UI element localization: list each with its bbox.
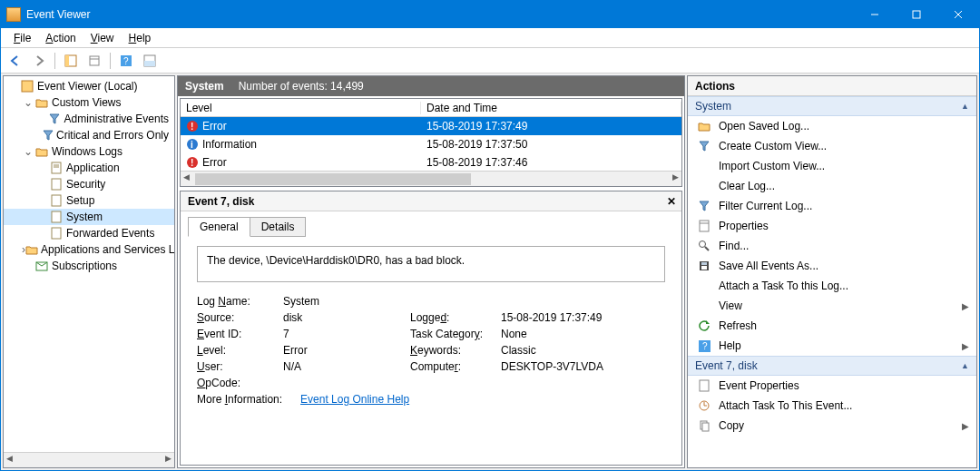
filter-icon: [48, 112, 62, 126]
collapse-icon[interactable]: ▲: [961, 102, 969, 111]
list-h-scrollbar[interactable]: [181, 171, 681, 186]
properties-icon: [697, 219, 711, 233]
val-source: disk: [283, 311, 410, 324]
close-detail-button[interactable]: ✕: [667, 195, 676, 208]
navigation-tree[interactable]: Event Viewer (Local) ⌄ Custom Views Admi…: [4, 76, 174, 452]
svg-rect-32: [701, 266, 707, 270]
collapse-icon[interactable]: ⌄: [22, 96, 34, 109]
svg-rect-41: [702, 423, 709, 431]
tree-crit-errors[interactable]: Critical and Errors Only: [4, 127, 174, 143]
tree-label: Event Viewer (Local): [37, 80, 138, 93]
tree-custom-views[interactable]: ⌄ Custom Views: [4, 94, 174, 111]
event-row[interactable]: !Error15-08-2019 17:37:46: [181, 153, 681, 171]
tree-label: Security: [66, 178, 105, 191]
action-create-custom-view[interactable]: Create Custom View...: [688, 136, 976, 156]
error-icon: !: [186, 120, 199, 132]
app-icon: [6, 7, 21, 22]
maximize-button[interactable]: [896, 1, 937, 28]
col-level[interactable]: Level: [181, 102, 421, 114]
action-attach-task-log[interactable]: Attach a Task To this Log...: [688, 276, 976, 296]
svg-rect-1: [913, 11, 920, 18]
properties-toolbar-button[interactable]: [83, 51, 105, 71]
svg-text:i: i: [191, 140, 193, 150]
tree-root[interactable]: Event Viewer (Local): [4, 78, 174, 94]
action-import-custom-view[interactable]: Import Custom View...: [688, 156, 976, 176]
preview-toolbar-button[interactable]: [139, 51, 161, 71]
eventviewer-icon: [20, 79, 34, 93]
refresh-icon: [697, 319, 711, 333]
tree-label: Forwarded Events: [66, 227, 154, 240]
tree-windows-logs[interactable]: ⌄ Windows Logs: [4, 143, 174, 160]
filter-icon: [43, 128, 54, 142]
tree-setup[interactable]: Setup: [4, 192, 174, 209]
detail-grid: Log Name: System Source: disk Logged: 15…: [197, 295, 665, 406]
menu-help[interactable]: Help: [122, 30, 159, 46]
collapse-icon[interactable]: ⌄: [22, 145, 34, 158]
action-open-saved-log[interactable]: Open Saved Log...: [688, 116, 976, 136]
tree-admin-events[interactable]: Administrative Events: [4, 111, 174, 127]
event-row[interactable]: !Error15-08-2019 17:37:49: [181, 117, 681, 135]
minimize-button[interactable]: [854, 1, 896, 28]
action-view-submenu[interactable]: View ▶: [688, 296, 976, 316]
menu-action[interactable]: Action: [38, 30, 83, 46]
svg-rect-13: [52, 162, 61, 173]
val-computer: DESKTOP-3V7LVDA: [501, 360, 665, 373]
toolbar-separator: [110, 53, 111, 69]
svg-text:?: ?: [702, 341, 708, 351]
tree-apps-services[interactable]: › Applications and Services Lo: [4, 241, 174, 258]
val-logname: System: [283, 295, 665, 308]
tree-scrollbar[interactable]: [4, 452, 174, 467]
task-icon: [697, 398, 711, 413]
action-group-event[interactable]: Event 7, disk ▲: [688, 356, 976, 376]
svg-rect-11: [144, 61, 155, 66]
lbl-computer: Computer:: [410, 360, 501, 373]
val-user: N/A: [283, 360, 410, 373]
menu-file[interactable]: File: [6, 30, 38, 46]
lbl-opcode: OpCode:: [197, 377, 283, 389]
action-refresh[interactable]: Refresh: [688, 316, 976, 336]
close-button[interactable]: [937, 1, 979, 28]
action-attach-task-event[interactable]: Attach Task To This Event...: [688, 396, 976, 416]
tab-details[interactable]: Details: [250, 217, 307, 237]
error-icon: !: [186, 156, 199, 169]
actions-body: System ▲ Open Saved Log... Create Custom…: [688, 96, 976, 467]
tree-application[interactable]: Application: [4, 160, 174, 176]
action-help-submenu[interactable]: ? Help ▶: [688, 336, 976, 356]
properties-icon: [697, 378, 711, 393]
action-clear-log[interactable]: Clear Log...: [688, 176, 976, 196]
action-filter-current-log[interactable]: Filter Current Log...: [688, 196, 976, 216]
online-help-link[interactable]: Event Log Online Help: [300, 393, 409, 406]
svg-rect-33: [701, 262, 707, 265]
action-properties[interactable]: Properties: [688, 216, 976, 236]
column-headers[interactable]: Level Date and Time: [181, 99, 681, 117]
tree-security[interactable]: Security: [4, 176, 174, 192]
detail-title: Event 7, disk: [188, 195, 254, 208]
tree-subscriptions[interactable]: Subscriptions: [4, 258, 174, 274]
event-row[interactable]: iInformation15-08-2019 17:37:50: [181, 135, 681, 153]
show-tree-button[interactable]: [60, 51, 82, 71]
menu-view[interactable]: View: [83, 30, 122, 46]
detail-header: Event 7, disk ✕: [181, 191, 681, 211]
back-button[interactable]: [5, 51, 26, 71]
forward-button[interactable]: [28, 51, 50, 71]
tab-general[interactable]: General: [188, 217, 250, 237]
val-level: Error: [283, 344, 410, 357]
lbl-level: Level:: [197, 344, 283, 357]
col-date[interactable]: Date and Time: [421, 102, 681, 114]
log-icon: [49, 226, 64, 240]
svg-rect-18: [52, 211, 61, 222]
event-rows[interactable]: !Error15-08-2019 17:37:49iInformation15-…: [181, 117, 681, 171]
action-event-properties[interactable]: Event Properties: [688, 376, 976, 396]
action-copy-submenu[interactable]: Copy ▶: [688, 416, 976, 436]
help-icon: ?: [697, 339, 711, 353]
tree-forwarded[interactable]: Forwarded Events: [4, 225, 174, 241]
action-save-all-events[interactable]: Save All Events As...: [688, 256, 976, 276]
svg-rect-27: [700, 221, 709, 231]
tree-system[interactable]: System: [4, 209, 174, 225]
action-group-system[interactable]: System ▲: [688, 96, 976, 116]
tree-label: Application: [66, 162, 120, 174]
collapse-icon[interactable]: ▲: [961, 361, 969, 370]
action-find[interactable]: Find...: [688, 236, 976, 256]
help-toolbar-button[interactable]: ?: [115, 51, 137, 71]
copy-icon: [697, 418, 711, 433]
